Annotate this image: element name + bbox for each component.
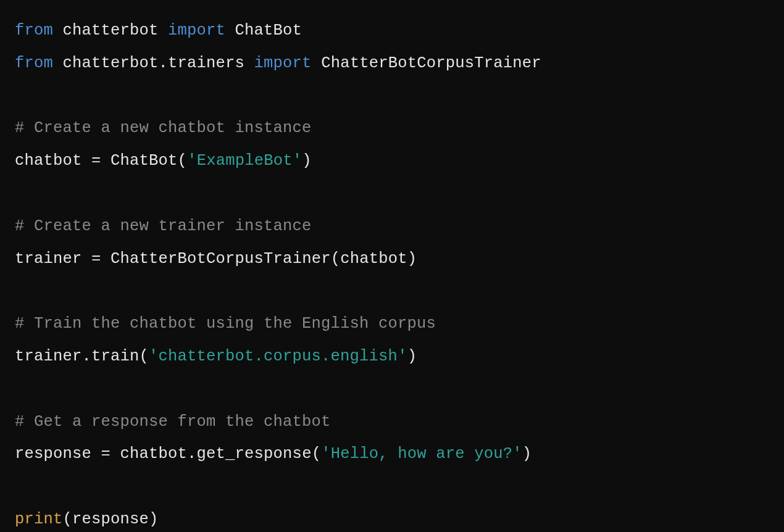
code-token (91, 445, 101, 463)
code-token: = (91, 152, 101, 170)
code-token: # Create a new trainer instance (15, 217, 312, 235)
code-token (159, 22, 169, 39)
code-token (53, 54, 63, 72)
code-line: from chatterbot.trainers import ChatterB… (15, 54, 541, 72)
code-token: ) (302, 152, 312, 170)
code-token: ( (140, 347, 149, 365)
code-token (225, 22, 235, 39)
code-token (53, 22, 63, 39)
code-line: trainer = ChatterBotCorpusTrainer(chatbo… (15, 250, 417, 268)
code-line: from chatterbot import ChatBot (15, 22, 302, 39)
code-token: ChatterBotCorpusTrainer (111, 250, 331, 268)
code-token: from (15, 22, 53, 39)
code-token: print (15, 510, 63, 528)
code-token: chatbot.get_response (120, 445, 312, 463)
code-line: print(response) (15, 510, 159, 528)
code-token: import (254, 54, 312, 72)
code-token (82, 250, 92, 268)
code-token: from (15, 54, 53, 72)
code-line: # Create a new trainer instance (15, 217, 312, 235)
code-line: response = chatbot.get_response('Hello, … (15, 445, 532, 463)
code-token: ) (407, 347, 417, 365)
code-token: 'chatterbot.corpus.english' (149, 347, 407, 365)
code-token (82, 152, 92, 170)
code-token: # Get a response from the chatbot (15, 413, 331, 431)
code-token: = (101, 445, 111, 463)
code-token: ChatterBotCorpusTrainer (321, 54, 541, 72)
code-token (244, 54, 254, 72)
code-token (312, 54, 322, 72)
code-token: # Train the chatbot using the English co… (15, 315, 436, 333)
code-token: 'ExampleBot' (187, 152, 302, 170)
code-token: ) (522, 445, 532, 463)
code-token: = (91, 250, 101, 268)
code-token: ( (178, 152, 188, 170)
code-token: chatbot (15, 152, 82, 170)
code-token: ( (63, 510, 73, 528)
code-line: # Train the chatbot using the English co… (15, 315, 436, 333)
code-line: # Create a new chatbot instance (15, 119, 312, 137)
code-line: chatbot = ChatBot('ExampleBot') (15, 152, 312, 170)
code-block: from chatterbot import ChatBot from chat… (0, 0, 784, 532)
code-token: chatterbot (63, 22, 159, 39)
code-token: response (72, 510, 149, 528)
code-token (101, 250, 111, 268)
code-token: # Create a new chatbot instance (15, 119, 312, 137)
code-token: chatterbot.trainers (63, 54, 245, 72)
code-token: trainer.train (15, 347, 140, 365)
code-token (111, 445, 120, 463)
code-token: ( (331, 250, 341, 268)
code-token: chatbot (340, 250, 407, 268)
code-token: ChatBot (235, 22, 302, 39)
code-token: ChatBot (111, 152, 178, 170)
code-token: import (168, 22, 225, 39)
code-token: 'Hello, how are you?' (321, 445, 522, 463)
code-line: # Get a response from the chatbot (15, 413, 331, 431)
code-token: response (15, 445, 91, 463)
code-token: ( (312, 445, 322, 463)
code-token: ) (407, 250, 417, 268)
code-token: ) (149, 510, 159, 528)
code-token (101, 152, 111, 170)
code-line: trainer.train('chatterbot.corpus.english… (15, 347, 417, 365)
code-token: trainer (15, 250, 82, 268)
